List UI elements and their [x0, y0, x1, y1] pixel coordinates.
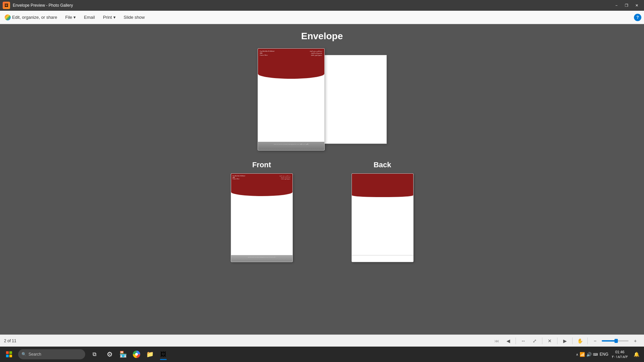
windows-logo-icon — [6, 351, 12, 357]
zoom-slider[interactable] — [602, 340, 629, 342]
envelope-back — [352, 173, 414, 262]
back-label: Back — [374, 161, 391, 169]
env-text-right: م. عبدالعزيز محمد العماد ماجستير إدارة ا… — [310, 51, 322, 57]
envelope-small-front: Eng. Abdul Aziz M. Al-Amad MBA Finance O… — [231, 173, 293, 262]
envelope-large-footer: Phone: 229-1790 Fax: 229-193 Email: aamm… — [258, 142, 324, 150]
clock-time: 01:46 — [615, 350, 625, 354]
language-indicator[interactable]: ENG — [600, 352, 608, 357]
env-small-footer: Phone: 229-1790 Fax: 229-193 Email: aamm… — [231, 255, 292, 262]
main-content: Envelope Eng. Abdul Aziz M. Al-Amad MBA — [0, 24, 644, 347]
keyboard-icon[interactable]: ⌨ — [593, 353, 598, 356]
preview-area: Envelope Eng. Abdul Aziz M. Al-Amad MBA — [0, 24, 644, 335]
pan-button[interactable]: ✋ — [575, 337, 585, 345]
slideshow-button[interactable]: ▶ — [560, 337, 570, 345]
help-button[interactable]: ? — [634, 14, 641, 21]
menu-print-label: Print — [103, 15, 112, 20]
front-back-row: Front Eng. Abdul Aziz M. Al-Amad MBA Fin… — [205, 161, 439, 262]
folder-icon: 📁 — [146, 351, 154, 358]
clock-date: ٢٠١٨/١٨/٢ — [612, 354, 628, 359]
taskbar: 🔍 Search ⧉ ⚙ 🏪 📁 🖼 ∧ 📶 🔊 — [0, 347, 644, 362]
network-icon[interactable]: 📶 — [580, 352, 585, 357]
systray-icons: ∧ 📶 🔊 ⌨ — [576, 352, 598, 357]
nav-separator-4 — [572, 338, 573, 344]
app-icon: 🖼 — [3, 2, 10, 9]
nav-separator-5 — [587, 338, 588, 344]
settings-app-icon[interactable]: ⚙ — [103, 348, 116, 361]
front-label: Front — [252, 161, 271, 169]
store-app-icon[interactable]: 🏪 — [117, 348, 129, 361]
fit-page-button[interactable]: ⤢ — [530, 337, 539, 345]
envelope-title: Envelope — [205, 31, 439, 42]
nav-separator-2 — [542, 338, 542, 344]
envelope-header-curve — [258, 69, 324, 79]
task-view-icon: ⧉ — [93, 351, 96, 357]
envelope-main-preview: Eng. Abdul Aziz M. Al-Amad MBA Finance O… — [258, 48, 387, 150]
envelope-header-text: Eng. Abdul Aziz M. Al-Amad MBA Finance O… — [260, 51, 322, 57]
env-back-header-bottom — [352, 192, 413, 197]
search-icon: 🔍 — [21, 352, 26, 357]
start-button[interactable] — [3, 348, 15, 361]
menu-edit-label: Edit, organize, or share — [12, 15, 57, 20]
search-label: Search — [29, 352, 41, 357]
titlebar-controls: − ❐ ✕ — [612, 2, 641, 9]
env-back-header-red — [352, 174, 413, 195]
taskbar-apps: ⚙ 🏪 📁 🖼 — [103, 348, 170, 361]
volume-icon[interactable]: 🔊 — [586, 352, 592, 357]
store-icon: 🏪 — [119, 351, 127, 358]
menubar: Edit, organize, or share File ▾ Email Pr… — [0, 11, 644, 24]
photo-gallery-icon: 🖼 — [160, 351, 166, 358]
nav-first-button[interactable]: ⏮ — [492, 337, 501, 345]
envelope-right-panel — [323, 55, 387, 144]
nav-separator-1 — [516, 338, 516, 344]
clock-area[interactable]: 01:46 ٢٠١٨/١٨/٢ — [610, 349, 629, 360]
notification-icon: 🔔 — [634, 352, 639, 357]
zoom-in-button[interactable]: + — [631, 337, 640, 345]
envelope-container: Envelope Eng. Abdul Aziz M. Al-Amad MBA — [205, 31, 439, 262]
menu-print[interactable]: Print ▾ — [100, 13, 119, 22]
restore-button[interactable]: ❐ — [622, 2, 631, 9]
delete-button[interactable]: ✕ — [545, 337, 554, 345]
taskbar-systray: ∧ 📶 🔊 ⌨ ENG 01:46 ٢٠١٨/١٨/٢ 🔔 — [576, 349, 641, 360]
menu-file[interactable]: File ▾ — [62, 13, 79, 22]
menu-icon — [5, 14, 11, 20]
notification-button[interactable]: 🔔 — [631, 349, 641, 359]
env-small-header-wave — [231, 188, 292, 196]
status-controls: ⏮ ◀ ↔ ⤢ ✕ ▶ ✋ − + — [492, 337, 640, 345]
zoom-thumb — [614, 339, 618, 343]
menu-email-label: Email — [84, 15, 95, 20]
photo-gallery-app-icon[interactable]: 🖼 — [157, 348, 170, 361]
chrome-app-icon[interactable] — [130, 348, 143, 361]
envelope-large-front: Eng. Abdul Aziz M. Al-Amad MBA Finance O… — [258, 48, 325, 150]
settings-icon: ⚙ — [107, 350, 113, 358]
close-button[interactable]: ✕ — [632, 2, 641, 9]
page-counter: 2 of 11 — [4, 339, 16, 343]
menu-file-label: File — [65, 15, 72, 20]
file-dropdown-icon: ▾ — [73, 15, 76, 20]
file-explorer-icon[interactable]: 📁 — [144, 348, 156, 361]
task-view-button[interactable]: ⧉ — [88, 348, 101, 361]
taskbar-search[interactable]: 🔍 Search — [18, 349, 85, 359]
fit-width-button[interactable]: ↔ — [519, 337, 528, 345]
zoom-track — [602, 340, 615, 342]
chrome-icon — [133, 351, 140, 358]
menu-email[interactable]: Email — [80, 13, 98, 22]
menu-slideshow-label: Slide show — [124, 15, 145, 20]
env-small-header-text: Eng. Abdul Aziz M. Al-Amad MBA Finance O… — [233, 175, 291, 180]
nav-prev-button[interactable]: ◀ — [503, 337, 513, 345]
menu-slideshow[interactable]: Slide show — [120, 13, 148, 22]
front-section: Front Eng. Abdul Aziz M. Al-Amad MBA Fin… — [231, 161, 293, 262]
titlebar-title: Envelope Preview - Photo Gallery — [13, 3, 73, 8]
env-text-left: Eng. Abdul Aziz M. Al-Amad MBA Finance O… — [260, 51, 274, 57]
env-small-text-left: Eng. Abdul Aziz M. Al-Amad MBA Finance O… — [233, 175, 245, 180]
minimize-button[interactable]: − — [612, 2, 621, 9]
nav-separator-3 — [557, 338, 557, 344]
back-section: Back — [352, 161, 414, 262]
print-dropdown-icon: ▾ — [113, 15, 116, 20]
titlebar: 🖼 Envelope Preview - Photo Gallery − ❐ ✕ — [0, 0, 644, 11]
menu-edit[interactable]: Edit, organize, or share — [3, 13, 60, 22]
envelope-combined: Eng. Abdul Aziz M. Al-Amad MBA Finance O… — [258, 48, 387, 150]
zoom-out-button[interactable]: − — [590, 337, 600, 345]
chevron-icon[interactable]: ∧ — [576, 353, 578, 356]
env-back-footer — [352, 255, 413, 262]
env-small-text-right: م. عبدالعزيز محمد العماد ماجستير إدارة ا… — [279, 175, 290, 180]
